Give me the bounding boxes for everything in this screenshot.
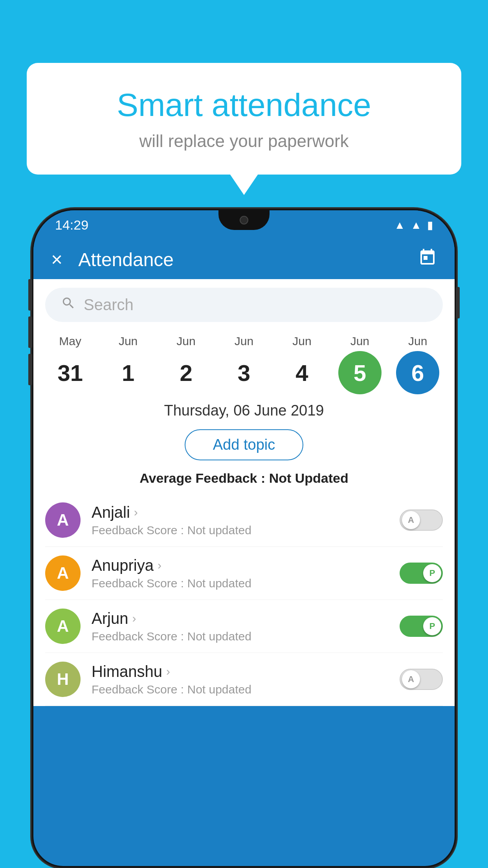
vol-up-button <box>28 316 32 348</box>
attendance-toggle[interactable]: A <box>400 669 443 690</box>
close-button[interactable]: × <box>51 248 62 271</box>
calendar-day[interactable]: Jun3 <box>218 335 270 394</box>
app-header: × Attendance <box>33 240 455 279</box>
avatar: H <box>45 662 81 697</box>
student-item[interactable]: AAnupriya ›Feedback Score : Not updatedP <box>45 547 443 600</box>
wifi-icon: ▲ <box>394 219 405 232</box>
status-icons: ▲ ▲ ▮ <box>394 219 433 232</box>
attendance-toggle[interactable]: A <box>400 509 443 531</box>
speech-bubble-container: Smart attendance will replace your paper… <box>27 63 461 175</box>
student-item[interactable]: HHimanshu ›Feedback Score : Not updatedA <box>45 653 443 706</box>
avatar: A <box>45 502 81 538</box>
screen-content: Search May31Jun1Jun2Jun3Jun4Jun5Jun6 Thu… <box>33 279 455 706</box>
cal-month-label: Jun <box>408 335 427 348</box>
speech-bubble: Smart attendance will replace your paper… <box>27 63 461 175</box>
calendar-strip: May31Jun1Jun2Jun3Jun4Jun5Jun6 <box>33 331 455 394</box>
phone-left-buttons <box>28 279 32 385</box>
toggle-container[interactable]: A <box>400 669 443 690</box>
cal-date-label[interactable]: 4 <box>280 351 323 394</box>
avg-feedback: Average Feedback : Not Updated <box>33 467 455 494</box>
avatar: A <box>45 555 81 591</box>
calendar-day[interactable]: Jun1 <box>103 335 154 394</box>
chevron-icon: › <box>158 559 161 572</box>
calendar-day[interactable]: May31 <box>45 335 96 394</box>
cal-month-label: Jun <box>176 335 195 348</box>
chevron-icon: › <box>166 665 170 678</box>
search-input[interactable]: Search <box>84 296 134 314</box>
calendar-icon[interactable] <box>418 248 437 271</box>
attendance-toggle[interactable]: P <box>400 563 443 584</box>
student-info: Anupriya ›Feedback Score : Not updated <box>92 557 400 590</box>
student-info: Himanshu ›Feedback Score : Not updated <box>92 663 400 696</box>
signal-icon: ▲ <box>411 219 422 232</box>
attendance-toggle[interactable]: P <box>400 616 443 637</box>
battery-icon: ▮ <box>427 219 433 232</box>
cal-date-label[interactable]: 31 <box>49 351 92 394</box>
chevron-icon: › <box>134 506 138 519</box>
toggle-container[interactable]: P <box>400 616 443 637</box>
avg-feedback-value: Not Updated <box>269 471 349 485</box>
header-title: Attendance <box>78 249 418 270</box>
cal-date-label[interactable]: 3 <box>222 351 266 394</box>
cal-date-label[interactable]: 2 <box>165 351 208 394</box>
selected-date: Thursday, 06 June 2019 <box>33 394 455 423</box>
status-bar: 14:29 ▲ ▲ ▮ <box>33 210 455 240</box>
student-info: Arjun ›Feedback Score : Not updated <box>92 610 400 643</box>
cal-month-label: Jun <box>235 335 253 348</box>
phone-screen: 14:29 ▲ ▲ ▮ × Attendance <box>33 210 455 866</box>
student-item[interactable]: AArjun ›Feedback Score : Not updatedP <box>45 600 443 653</box>
chevron-icon: › <box>132 612 136 625</box>
bubble-subtitle: will replace your paperwork <box>58 131 430 151</box>
avatar: A <box>45 609 81 644</box>
student-list: AAnjali ›Feedback Score : Not updatedAAA… <box>33 494 455 706</box>
toggle-knob: P <box>423 564 441 582</box>
cal-date-label[interactable]: 6 <box>396 351 439 394</box>
bubble-title: Smart attendance <box>58 86 430 123</box>
feedback-score: Feedback Score : Not updated <box>92 524 400 537</box>
phone-side-buttons <box>456 287 460 318</box>
add-topic-button[interactable]: Add topic <box>185 429 303 460</box>
cal-date-label[interactable]: 1 <box>106 351 150 394</box>
student-name: Arjun › <box>92 610 400 627</box>
calendar-day[interactable]: Jun6 <box>392 335 443 394</box>
cal-month-label: Jun <box>350 335 369 348</box>
search-bar[interactable]: Search <box>45 288 443 322</box>
calendar-day[interactable]: Jun2 <box>161 335 212 394</box>
feedback-score: Feedback Score : Not updated <box>92 577 400 590</box>
cal-date-label[interactable]: 5 <box>338 351 382 394</box>
search-icon <box>61 296 76 314</box>
power-button <box>28 279 32 311</box>
cal-month-label: May <box>59 335 81 348</box>
student-name: Anjali › <box>92 504 400 521</box>
avg-feedback-label: Average Feedback : <box>139 471 265 485</box>
calendar-day[interactable]: Jun5 <box>334 335 385 394</box>
status-time: 14:29 <box>55 217 88 233</box>
calendar-day[interactable]: Jun4 <box>276 335 327 394</box>
student-item[interactable]: AAnjali ›Feedback Score : Not updatedA <box>45 494 443 547</box>
cal-month-label: Jun <box>119 335 138 348</box>
feedback-score: Feedback Score : Not updated <box>92 683 400 696</box>
camera <box>240 216 248 224</box>
student-name: Himanshu › <box>92 663 400 680</box>
vol-down-button <box>28 354 32 385</box>
toggle-knob: P <box>423 617 441 635</box>
volume-button <box>456 287 460 318</box>
feedback-score: Feedback Score : Not updated <box>92 630 400 643</box>
student-name: Anupriya › <box>92 557 400 574</box>
cal-month-label: Jun <box>292 335 311 348</box>
student-info: Anjali ›Feedback Score : Not updated <box>92 504 400 537</box>
toggle-container[interactable]: A <box>400 509 443 531</box>
notch <box>218 210 270 230</box>
toggle-knob: A <box>402 511 420 529</box>
phone-frame: 14:29 ▲ ▲ ▮ × Attendance <box>31 208 457 868</box>
toggle-knob: A <box>402 670 420 688</box>
toggle-container[interactable]: P <box>400 563 443 584</box>
